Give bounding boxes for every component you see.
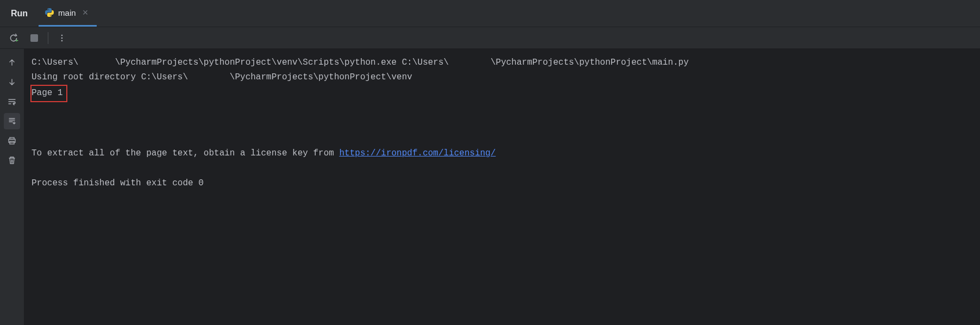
console-line: Process finished with exit code 0 [32, 176, 972, 191]
console-line-blank [32, 161, 972, 176]
rerun-icon[interactable] [7, 31, 21, 45]
toolbar-divider [48, 32, 48, 44]
trash-icon[interactable] [4, 152, 20, 168]
more-icon[interactable] [55, 31, 69, 45]
up-arrow-icon[interactable] [4, 54, 20, 71]
print-icon[interactable] [4, 133, 20, 149]
console-line: Using root directory C:\Users\ \PycharmP… [32, 70, 972, 85]
tab-label: main [58, 8, 76, 17]
python-icon [45, 8, 54, 17]
run-sidebar [0, 49, 24, 325]
close-icon[interactable]: × [80, 7, 91, 18]
run-label: Run [0, 9, 39, 18]
down-arrow-icon[interactable] [4, 74, 20, 90]
console-line-highlighted: Page 1 [32, 85, 972, 102]
run-toolbar [0, 27, 980, 49]
soft-wrap-icon[interactable] [4, 93, 20, 110]
console-line-blank [32, 102, 972, 117]
console-output[interactable]: C:\Users\ \PycharmProjects\pythonProject… [24, 49, 980, 325]
console-line: To extract all of the page text, obtain … [32, 146, 972, 161]
content-wrapper: C:\Users\ \PycharmProjects\pythonProject… [0, 27, 980, 325]
stop-icon[interactable] [27, 31, 41, 45]
scroll-to-end-icon[interactable] [4, 113, 20, 129]
console-line: C:\Users\ \PycharmProjects\pythonProject… [32, 55, 972, 70]
console-line-blank [32, 132, 972, 146]
main-area: C:\Users\ \PycharmProjects\pythonProject… [0, 27, 980, 325]
run-panel-header: Run main × [0, 0, 980, 27]
license-link[interactable]: https://ironpdf.com/licensing/ [340, 148, 496, 158]
run-tab-main[interactable]: main × [39, 0, 97, 27]
svg-point-0 [61, 34, 63, 36]
svg-point-2 [61, 40, 63, 41]
console-line-blank [32, 117, 972, 132]
svg-point-1 [61, 37, 63, 39]
